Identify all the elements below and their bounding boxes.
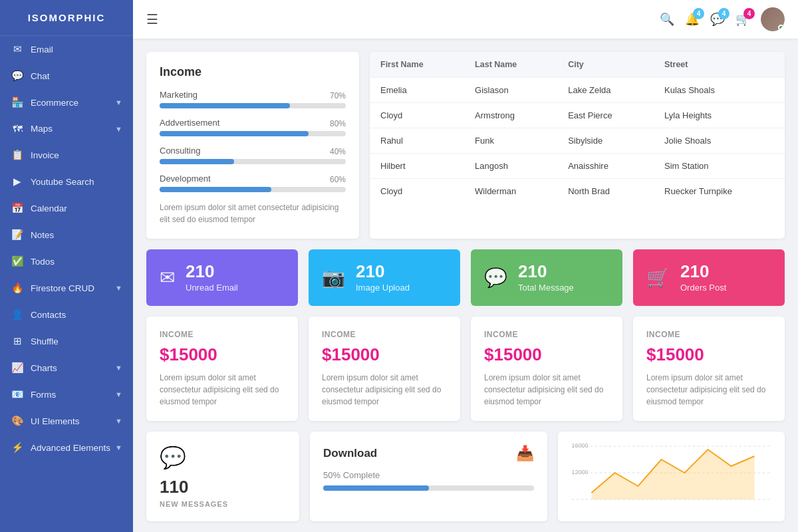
ui-elements-icon: 🎨 — [11, 415, 24, 427]
sidebar-item-todos[interactable]: ✅ Todos — [0, 248, 133, 275]
progress-bar-bg: 80% — [160, 131, 346, 136]
chat-icon: 💬 — [11, 70, 24, 82]
table-column-header: First Name — [370, 52, 464, 78]
cart-icon[interactable]: 🛒 4 — [735, 12, 750, 27]
download-icon[interactable]: 📥 — [516, 445, 534, 462]
app-logo: ISOMORPHIC — [0, 0, 133, 36]
progress-item: Development 60% — [160, 174, 346, 192]
table-cell: Jolie Shoals — [654, 128, 785, 154]
chart-widget: 16000 12000 — [558, 432, 785, 521]
messages-badge: 4 — [718, 8, 730, 19]
chevron-charts: ▼ — [115, 364, 122, 372]
sidebar-item-notes[interactable]: 📝 Notes — [0, 221, 133, 248]
table-cell: North Brad — [557, 179, 654, 204]
sidebar-label-notes: Notes — [31, 230, 54, 240]
notifications-badge: 4 — [693, 8, 704, 19]
messages-widget-icon: 💬 — [160, 445, 286, 470]
messages-widget-label: NEW MESSAGES — [160, 500, 286, 508]
stat-number-total-message: 210 — [518, 263, 574, 280]
stat-icon-orders-post: 🛒 — [646, 267, 670, 289]
stat-card-orders-post[interactable]: 🛒 210 Orders Post — [633, 249, 785, 306]
sidebar-label-ecommerce: Ecommerce — [31, 98, 78, 108]
sidebar-item-maps[interactable]: 🗺 Maps ▼ — [0, 116, 133, 142]
table-cell: Anaisshire — [557, 154, 654, 179]
sidebar-item-forms[interactable]: 📧 Forms ▼ — [0, 381, 133, 408]
sidebar-label-contacts: Contacts — [31, 310, 66, 320]
content-area: Income Marketing 70% Addvertisement 80% … — [133, 39, 798, 532]
table-cell: Lyla Heights — [654, 103, 785, 128]
sidebar: ISOMORPHIC ✉ Email 💬 Chat 🏪 Ecommerce ▼ … — [0, 0, 133, 532]
progress-item: Consulting 40% — [160, 146, 346, 164]
income-sm-desc-0: Lorem ipsum dolor sit amet consectetur a… — [160, 372, 285, 408]
stat-number-image-upload: 210 — [356, 263, 410, 280]
sidebar-label-youtube-search: Youtube Search — [31, 177, 94, 187]
table-cell: Cloyd — [370, 179, 464, 204]
main-area: ☰ 🔍 🔔 4 💬 4 🛒 4 Income — [133, 0, 798, 532]
hamburger-icon[interactable]: ☰ — [146, 11, 158, 27]
table-cell: Sibylside — [557, 128, 654, 154]
stat-label-orders-post: Orders Post — [680, 283, 726, 293]
todos-icon: ✅ — [11, 255, 24, 267]
table-cell: Wilderman — [464, 179, 557, 204]
table-cell: Kulas Shoals — [654, 78, 785, 103]
table-column-header: Last Name — [464, 52, 557, 78]
progress-bar-bg: 70% — [160, 103, 346, 108]
chevron-ui-elements: ▼ — [115, 417, 122, 425]
stat-label-total-message: Total Message — [518, 283, 574, 293]
sidebar-label-forms: Forms — [31, 390, 56, 400]
table-cell: Funk — [464, 128, 557, 154]
stat-label-unread-email: Unread Email — [186, 283, 238, 293]
svg-marker-5 — [592, 450, 755, 499]
sidebar-item-firestore-crud[interactable]: 🔥 Firestore CRUD ▼ — [0, 275, 133, 301]
stat-icon-total-message: 💬 — [484, 267, 507, 289]
progress-label: Consulting — [160, 146, 346, 156]
sidebar-label-email: Email — [31, 45, 53, 55]
sidebar-item-charts[interactable]: 📈 Charts ▼ — [0, 354, 133, 381]
income-sm-card-0: INCOME $15000 Lorem ipsum dolor sit amet… — [146, 317, 298, 421]
stat-card-image-upload[interactable]: 📷 210 Image Upload — [309, 249, 460, 306]
charts-icon: 📈 — [11, 362, 24, 374]
calendar-icon: 📅 — [11, 202, 24, 214]
youtube-search-icon: ▶ — [11, 176, 24, 188]
user-avatar[interactable] — [761, 7, 785, 31]
sidebar-item-ui-elements[interactable]: 🎨 UI Elements ▼ — [0, 408, 133, 434]
sidebar-item-invoice[interactable]: 📋 Invoice — [0, 142, 133, 168]
sidebar-item-advanced-elements[interactable]: ⚡ Advanced Elements ▼ — [0, 434, 133, 461]
stat-card-unread-email[interactable]: ✉ 210 Unread Email — [146, 249, 298, 306]
topnav-right: 🔍 🔔 4 💬 4 🛒 4 — [660, 7, 785, 31]
table-cell: Rahul — [370, 128, 464, 154]
sidebar-item-shuffle[interactable]: ⊞ Shuffle — [0, 328, 133, 354]
sidebar-label-invoice: Invoice — [31, 150, 59, 160]
sidebar-item-youtube-search[interactable]: ▶ Youtube Search — [0, 168, 133, 195]
sidebar-item-ecommerce[interactable]: 🏪 Ecommerce ▼ — [0, 89, 133, 116]
notifications-icon[interactable]: 🔔 4 — [685, 12, 700, 27]
progress-bar-bg: 60% — [160, 187, 346, 192]
sidebar-label-shuffle: Shuffle — [31, 336, 59, 346]
sidebar-label-todos: Todos — [31, 257, 55, 267]
search-icon[interactable]: 🔍 — [660, 12, 674, 27]
sidebar-label-ui-elements: UI Elements — [31, 416, 80, 426]
sidebar-item-contacts[interactable]: 👤 Contacts — [0, 301, 133, 328]
contacts-icon: 👤 — [11, 309, 24, 321]
download-pct-label: 50% Complete — [323, 470, 534, 480]
sidebar-label-maps: Maps — [31, 124, 53, 134]
table-cell: Hilbert — [370, 154, 464, 179]
progress-bar-bg: 40% — [160, 159, 346, 164]
income-sm-card-2: INCOME $15000 Lorem ipsum dolor sit amet… — [471, 317, 622, 421]
download-widget: Download 📥 50% Complete — [310, 432, 547, 521]
sidebar-item-chat[interactable]: 💬 Chat — [0, 63, 133, 89]
sidebar-item-calendar[interactable]: 📅 Calendar — [0, 195, 133, 221]
invoice-icon: 📋 — [11, 149, 24, 161]
table-cell: Langosh — [464, 154, 557, 179]
data-table: First NameLast NameCityStreet EmeliaGisl… — [370, 52, 785, 203]
income-sm-desc-3: Lorem ipsum dolor sit amet consectetur a… — [646, 372, 771, 408]
data-table-card: First NameLast NameCityStreet EmeliaGisl… — [370, 52, 785, 239]
table-row: CloydArmstrongEast PierceLyla Heights — [370, 103, 785, 128]
table-cell: Cloyd — [370, 103, 464, 128]
stat-icon-image-upload: 📷 — [322, 267, 345, 289]
stat-card-total-message[interactable]: 💬 210 Total Message — [471, 249, 622, 306]
sidebar-item-email[interactable]: ✉ Email — [0, 36, 133, 63]
progress-pct: 70% — [330, 91, 346, 100]
messages-icon[interactable]: 💬 4 — [710, 12, 725, 27]
table-column-header: Street — [654, 52, 785, 78]
